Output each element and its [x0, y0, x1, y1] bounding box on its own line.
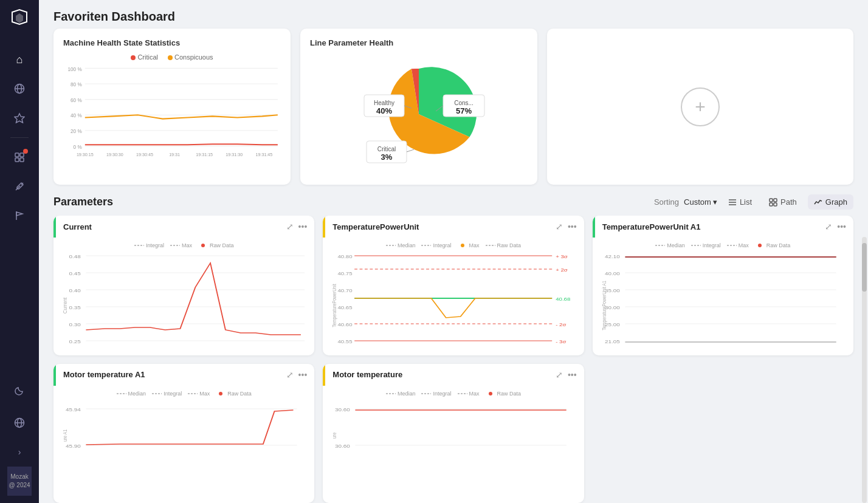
param-actions-temp-power: ⤢ •••: [556, 222, 577, 231]
svg-text:19:30:30: 19:30:30: [106, 152, 123, 157]
sort-label: Sorting: [654, 197, 679, 207]
param-title-temp-power: TemperaturePowerUnit: [332, 222, 556, 231]
params-grid: Current ⤢ ••• Integral Max Raw Data: [39, 216, 868, 503]
sidebar-item-language[interactable]: [7, 411, 32, 435]
pie-chart-container: Healthy 40% Cons... 57% Critical 3%: [310, 53, 528, 175]
user-year: @ 2024: [7, 481, 32, 490]
add-widget-button[interactable]: +: [681, 87, 720, 126]
expand-icon-temp-a1[interactable]: ⤢: [825, 222, 832, 231]
svg-text:Cons...: Cons...: [454, 100, 474, 106]
sidebar-item-darkmode[interactable]: [7, 379, 32, 403]
svg-text:40.65: 40.65: [338, 305, 353, 310]
more-icon-temp-power[interactable]: •••: [568, 222, 577, 231]
sidebar-item-flag[interactable]: [7, 204, 32, 228]
svg-text:57%: 57%: [456, 106, 472, 115]
expand-icon-motor-a1[interactable]: ⤢: [286, 370, 294, 380]
expand-icon-current[interactable]: ⤢: [286, 222, 294, 231]
line-health-card: Line Parameter Health: [300, 29, 537, 185]
param-actions-temp-a1: ⤢ •••: [825, 222, 846, 231]
param-card-motor-a1: Motor temperature A1 ⤢ ••• Median Integr…: [53, 364, 314, 504]
param-legend-temp-power: Median Integral Max Raw Data: [329, 242, 577, 248]
svg-text:ure A1: ure A1: [63, 429, 69, 441]
svg-text:40.80: 40.80: [338, 254, 353, 259]
sidebar-item-tools[interactable]: [7, 174, 32, 199]
more-icon-temp-a1[interactable]: •••: [837, 222, 846, 231]
sidebar-user-info: Mozak @ 2024: [7, 467, 32, 496]
svg-text:30.60: 30.60: [335, 406, 350, 412]
page-title: Favoriten Dashboard: [53, 10, 853, 24]
svg-text:21.05: 21.05: [605, 339, 620, 344]
path-icon: [769, 198, 777, 207]
svg-text:45.90: 45.90: [66, 443, 81, 448]
param-legend-motor: Median Integral Max Raw Data: [329, 391, 577, 397]
svg-text:Critical: Critical: [377, 146, 396, 152]
legend-max: Max: [170, 242, 192, 248]
sidebar-item-favorites[interactable]: [7, 106, 32, 130]
param-actions-motor-a1: ⤢ •••: [286, 370, 308, 380]
svg-text:0.35: 0.35: [69, 305, 80, 310]
expand-icon-temp-power[interactable]: ⤢: [556, 222, 563, 231]
svg-rect-6: [15, 158, 19, 162]
param-card-temp-power: TemperaturePowerUnit ⤢ ••• Median Integr…: [323, 216, 584, 355]
svg-text:40.75: 40.75: [338, 271, 353, 276]
legend-conspicuous: Conspicuous: [168, 53, 213, 61]
sidebar-expand-btn[interactable]: ›: [7, 440, 32, 464]
svg-text:40.68: 40.68: [556, 296, 571, 302]
svg-point-108: [219, 392, 222, 395]
param-chart-motor-a1: Median Integral Max Raw Data 45.94 45.90: [53, 386, 314, 504]
param-card-header-current: Current ⤢ •••: [53, 216, 314, 238]
param-chart-temp-a1: Median Integral Max Raw Data 42.10 40.00: [593, 238, 853, 355]
svg-text:60 %: 60 %: [71, 97, 82, 103]
param-title-current: Current: [63, 222, 286, 231]
param-chart-motor: Median Integral Max Raw Data 30.60 30.60: [323, 386, 584, 504]
expand-icon-motor[interactable]: ⤢: [556, 370, 563, 380]
svg-point-91: [758, 244, 762, 247]
machine-health-card: Machine Health State Statistics Critical…: [53, 29, 291, 185]
main-content: Favoriten Dashboard Machine Health State…: [39, 0, 868, 503]
health-chart-legend: Critical Conspicuous: [63, 53, 281, 61]
sort-select-btn[interactable]: Custom ▾: [684, 197, 717, 207]
svg-text:20 %: 20 %: [71, 128, 82, 134]
path-btn-label: Path: [780, 197, 797, 207]
view-path-btn[interactable]: Path: [763, 194, 803, 210]
scrollbar-thumb[interactable]: [862, 243, 867, 292]
sidebar-item-home[interactable]: ⌂: [7, 47, 32, 72]
param-card-header-motor-a1: Motor temperature A1 ⤢ •••: [53, 364, 314, 386]
svg-text:- 2σ: - 2σ: [556, 322, 567, 327]
svg-text:0.25: 0.25: [69, 339, 80, 344]
legend-rawdata: Raw Data: [198, 242, 234, 248]
list-btn-label: List: [740, 197, 752, 207]
scrollbar-track: [862, 237, 867, 503]
more-icon-motor[interactable]: •••: [568, 370, 577, 380]
svg-text:42.10: 42.10: [605, 254, 620, 259]
machine-health-title: Machine Health State Statistics: [63, 38, 281, 47]
sidebar-item-globe[interactable]: [7, 77, 32, 101]
sidebar-item-grid[interactable]: [7, 145, 32, 169]
app-logo[interactable]: [10, 7, 29, 30]
param-actions-motor: ⤢ •••: [556, 370, 577, 380]
svg-text:0.30: 0.30: [69, 322, 80, 327]
legend-critical: Critical: [131, 53, 158, 61]
param-legend-motor-a1: Median Integral Max Raw Data: [60, 391, 308, 397]
graph-icon: [814, 198, 822, 207]
view-list-btn[interactable]: List: [722, 194, 758, 210]
more-icon-current[interactable]: •••: [298, 222, 308, 231]
view-graph-btn[interactable]: Graph: [808, 194, 853, 210]
page-header: Favoriten Dashboard: [39, 0, 868, 29]
svg-rect-5: [20, 153, 24, 157]
param-chart-current: Integral Max Raw Data 0.48 0.45 0.40 0.3…: [53, 238, 314, 355]
param-card-header-temp-a1: TemperaturePowerUnit A1 ⤢ •••: [593, 216, 853, 238]
svg-text:19:31:15: 19:31:15: [196, 152, 213, 157]
sorting-controls: Sorting Custom ▾ List: [654, 194, 853, 210]
list-icon: [728, 198, 737, 207]
svg-text:40.70: 40.70: [338, 288, 353, 293]
svg-text:19:31: 19:31: [169, 152, 180, 157]
svg-text:+ 2σ: + 2σ: [556, 267, 568, 273]
sidebar-divider-1: [10, 137, 29, 138]
svg-point-69: [461, 244, 464, 247]
svg-text:19:31:30: 19:31:30: [226, 152, 243, 157]
legend-integral: Integral: [134, 242, 164, 248]
line-health-title: Line Parameter Health: [310, 38, 528, 47]
more-icon-motor-a1[interactable]: •••: [298, 370, 308, 380]
svg-text:- 3σ: - 3σ: [556, 339, 567, 344]
